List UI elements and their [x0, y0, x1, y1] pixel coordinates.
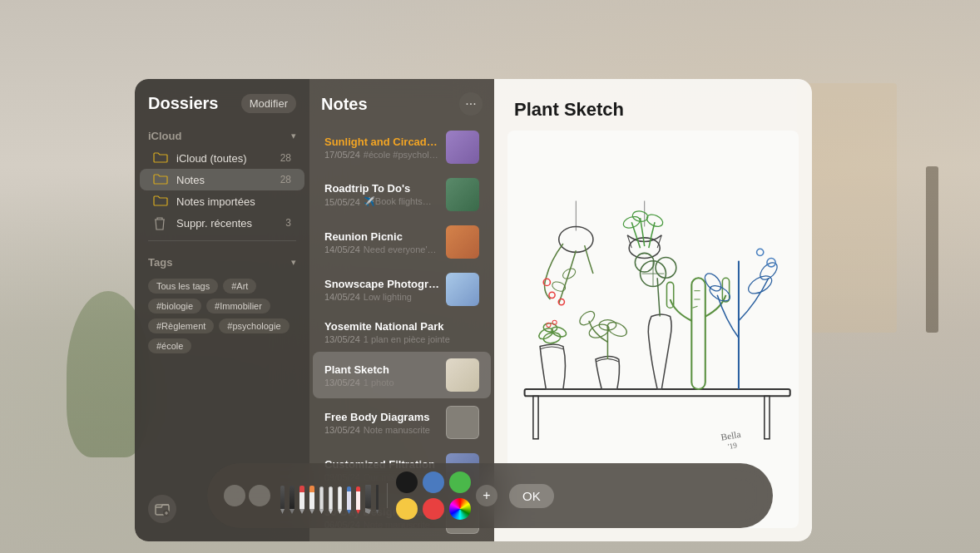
note-content-0: Sunlight and Circadian Rhyt... 17/05/24 … — [324, 136, 439, 160]
folder-item-2[interactable]: Notes importées — [140, 190, 304, 212]
pen-blue[interactable] — [347, 477, 351, 514]
svg-point-15 — [629, 238, 660, 259]
note-row-5: Plant Sketch 13/05/24 1 photo — [324, 358, 479, 392]
pencil-tool-2[interactable] — [290, 477, 294, 514]
tags-chevron-icon: ▾ — [291, 257, 296, 268]
note-item-1[interactable]: Roadtrip To Do's 15/05/24 ✈️Book flights… — [313, 171, 491, 218]
svg-point-42 — [577, 309, 597, 328]
note-content-4: Yosemite National Park 13/05/24 1 plan e… — [324, 320, 479, 344]
note-item-4[interactable]: Yosemite National Park 13/05/24 1 plan e… — [313, 314, 491, 351]
note-meta-5: 13/05/24 1 photo — [324, 378, 439, 388]
new-folder-button[interactable] — [148, 495, 176, 523]
svg-line-43 — [657, 278, 660, 316]
note-item-3[interactable]: Snowscape Photography 14/05/24 Low light… — [313, 266, 491, 313]
tag-chip-1[interactable]: #Art — [223, 279, 256, 294]
toolbar-separator — [387, 483, 388, 508]
note-meta-0: 17/05/24 #école #psychologie #... — [324, 150, 439, 160]
drawing-toolbar: + OK — [207, 463, 773, 528]
folder-name-2: Notes importées — [176, 195, 291, 208]
notes-list-title: Notes — [321, 95, 368, 114]
tag-chip-3[interactable]: #Immobilier — [206, 299, 270, 314]
color-red[interactable] — [423, 498, 444, 520]
note-title-3: Snowscape Photography — [324, 278, 439, 290]
tags-grid: Tous les tags#Art#biologie#Immobilier#Rè… — [135, 274, 309, 358]
note-meta-6: 13/05/24 Note manuscrite — [324, 425, 439, 435]
note-preview-6: Note manuscrite — [364, 425, 430, 435]
tag-chip-0[interactable]: Tous les tags — [148, 279, 218, 294]
icloud-section-header[interactable]: iCloud ▾ — [135, 125, 309, 147]
color-black[interactable] — [396, 472, 418, 493]
color-yellow[interactable] — [396, 498, 418, 520]
pen-thin[interactable] — [376, 477, 379, 514]
tag-chip-2[interactable]: #biologie — [148, 299, 201, 314]
folder-icon-1 — [153, 173, 170, 186]
tag-chip-6[interactable]: #école — [148, 338, 191, 353]
note-meta-4: 13/05/24 1 plan en pièce jointe — [324, 334, 479, 344]
color-swatch-group — [396, 472, 471, 520]
note-title-2: Reunion Picnic — [324, 230, 439, 243]
notes-more-button[interactable]: ··· — [459, 92, 483, 116]
note-row-2: Reunion Picnic 14/05/24 Need everyone's … — [324, 225, 479, 259]
add-color-button[interactable]: + — [476, 485, 497, 506]
svg-text:Bella: Bella — [720, 429, 742, 442]
folder-name-0: iCloud (toutes) — [176, 152, 280, 165]
svg-point-41 — [606, 319, 629, 339]
folder-item-1[interactable]: Notes 28 — [140, 169, 304, 190]
note-date-2: 14/05/24 — [324, 244, 360, 254]
note-date-3: 14/05/24 — [324, 292, 360, 302]
ok-button[interactable]: OK — [509, 484, 554, 508]
svg-rect-2 — [525, 389, 790, 396]
note-row-6: Free Body Diagrams 13/05/24 Note manuscr… — [324, 406, 479, 439]
note-title-0: Sunlight and Circadian Rhyt... — [324, 136, 439, 148]
folder-item-3[interactable]: Suppr. récentes 3 — [140, 212, 304, 234]
color-row-1 — [396, 472, 471, 493]
note-date-4: 13/05/24 — [324, 334, 360, 344]
tag-chip-5[interactable]: #psychologie — [219, 318, 289, 333]
note-content-6: Free Body Diagrams 13/05/24 Note manuscr… — [324, 411, 439, 435]
folder-name-3: Suppr. récentes — [176, 217, 285, 230]
note-date-5: 13/05/24 — [324, 378, 360, 388]
color-green[interactable] — [449, 472, 471, 493]
note-preview-3: Low lighting — [364, 292, 412, 302]
modifier-button[interactable]: Modifier — [241, 94, 296, 113]
pen-white-2[interactable] — [329, 477, 333, 514]
tool-navigation — [224, 485, 270, 506]
note-content-3: Snowscape Photography 14/05/24 Low light… — [324, 278, 439, 302]
icloud-section-title: iCloud — [148, 130, 181, 142]
color-blue[interactable] — [423, 472, 444, 493]
note-thumbnail-5 — [446, 358, 479, 392]
note-item-0[interactable]: Sunlight and Circadian Rhyt... 17/05/24 … — [313, 124, 491, 170]
tags-section-header[interactable]: Tags ▾ — [135, 251, 309, 274]
note-meta-3: 14/05/24 Low lighting — [324, 292, 439, 302]
pen-white-3[interactable] — [338, 477, 342, 514]
note-date-6: 13/05/24 — [324, 425, 360, 435]
pencil-tool-1[interactable] — [280, 477, 285, 514]
note-row-1: Roadtrip To Do's 15/05/24 ✈️Book flights… — [324, 178, 479, 211]
folder-list: iCloud (toutes) 28 Notes 28 Notes import… — [135, 147, 309, 234]
folder-icon-3 — [153, 216, 170, 230]
tool-dot-1[interactable] — [224, 485, 245, 506]
divider — [148, 240, 296, 241]
pen-red[interactable] — [356, 477, 360, 514]
color-custom[interactable] — [449, 498, 471, 520]
note-title-1: Roadtrip To Do's — [324, 182, 439, 195]
marker-tool-2[interactable] — [309, 477, 314, 514]
sidebar-title: Dossiers — [148, 94, 219, 113]
sidebar-header: Dossiers Modifier — [135, 94, 309, 125]
folder-count-3: 3 — [285, 217, 291, 229]
note-item-5[interactable]: Plant Sketch 13/05/24 1 photo — [313, 352, 491, 398]
note-thumbnail-3 — [446, 273, 479, 306]
tool-dot-2[interactable] — [249, 485, 270, 506]
marker-tool-1[interactable] — [299, 477, 304, 514]
pen-calligraphy[interactable] — [365, 477, 371, 514]
room-curtain — [797, 83, 897, 333]
folder-item-0[interactable]: iCloud (toutes) 28 — [140, 147, 304, 169]
note-thumbnail-6 — [446, 406, 479, 439]
folder-name-1: Notes — [176, 174, 280, 186]
note-preview-2: Need everyone's update... — [364, 244, 439, 254]
note-item-2[interactable]: Reunion Picnic 14/05/24 Need everyone's … — [313, 219, 491, 265]
tag-chip-4[interactable]: #Règlement — [148, 318, 214, 333]
note-item-6[interactable]: Free Body Diagrams 13/05/24 Note manuscr… — [313, 399, 491, 446]
color-row-2 — [396, 498, 471, 520]
pen-white-1[interactable] — [319, 477, 324, 514]
